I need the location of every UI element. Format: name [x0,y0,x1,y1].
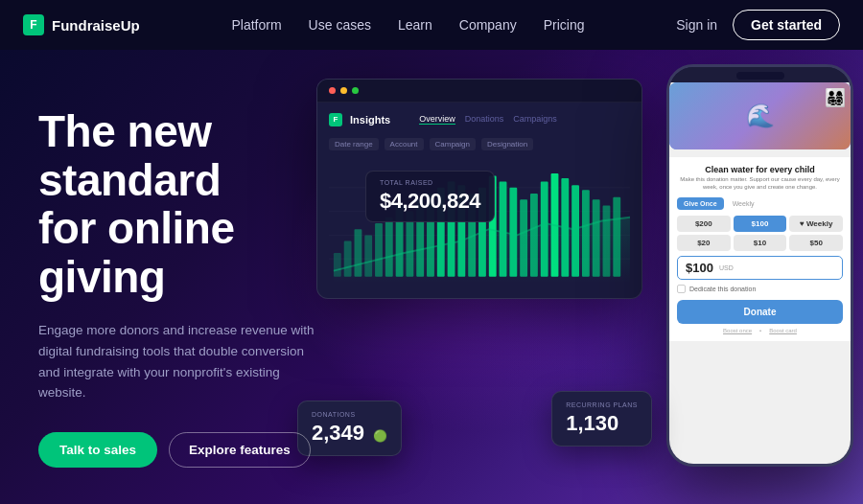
nav-use-cases[interactable]: Use cases [309,17,371,33]
dashboard-card: F Insights Overview Donations Campaigns … [316,79,642,299]
recurring-plans-card: RECURRING PLANS 1,130 [551,391,652,447]
total-raised-label: TOTAL RAISED [380,179,480,186]
hero-buttons: Talk to sales Explore features [38,432,364,468]
amount-50[interactable]: $50 [789,235,843,251]
filter-account[interactable]: Account [385,138,424,150]
phone-boost-once[interactable]: Boost once [723,328,752,333]
phone-mockup: 👨‍👩‍👧‍👦 🌊 Clean water for every child Ma… [666,64,853,467]
hero-visuals: F Insights Overview Donations Campaigns … [288,50,863,504]
phone-dedicate-row: Dedicate this donation [677,285,843,293]
total-raised-value: $4,200,824 [380,189,480,214]
total-raised-badge: TOTAL RAISED $4,200,824 [365,171,495,222]
hero-left: The new standard for online giving Engag… [0,50,364,504]
dashboard-title-bar: F Insights Overview Donations Campaigns [317,103,641,132]
recurring-label: RECURRING PLANS [566,401,638,408]
nav-links: Platform Use cases Learn Company Pricing [231,16,584,34]
dashboard-nav-tabs: Overview Donations Campaigns [408,110,569,128]
phone-boost-card[interactable]: Boost card [769,328,797,333]
sign-in-button[interactable]: Sign in [676,17,717,33]
amount-10[interactable]: $10 [734,235,787,251]
phone-dedicate-label: Dedicate this donation [689,286,756,292]
explore-features-button[interactable]: Explore features [169,432,311,468]
logo-icon: F [23,14,44,35]
donations-emoji-icon: 🟢 [373,429,387,443]
phone-custom-amount[interactable]: $100 USD [677,256,843,280]
filter-designation[interactable]: Designation [481,138,533,150]
get-started-button[interactable]: Get started [733,10,840,40]
recurring-value: 1,130 [566,411,638,436]
hero-subtitle: Engage more donors and increase revenue … [38,320,316,402]
phone-give-once-tab[interactable]: Give Once [677,197,724,210]
nav-right: Sign in Get started [676,10,840,40]
amount-200[interactable]: $200 [677,216,731,232]
filter-campaign[interactable]: Campaign [430,138,476,150]
phone-card-subtitle: Make this donation matter. Support our c… [677,176,843,192]
amount-20[interactable]: $20 [677,235,731,251]
dash-tab-overview: Overview [419,114,455,125]
hero-title: The new standard for online giving [38,107,364,301]
dash-tab-donations: Donations [465,114,504,125]
phone-dedicate-checkbox[interactable] [677,285,686,293]
freq-weekly[interactable]: ♥ Weekly [789,216,843,232]
dash-tab-campaigns: Campaigns [513,114,557,125]
phone-footer: Boost once • Boost card [677,328,843,333]
phone-card-title: Clean water for every child [677,165,843,174]
chart-area: TOTAL RAISED $4,200,824 [317,156,641,290]
brand-logo[interactable]: F FundraiseUp [23,14,140,35]
phone-donate-button[interactable]: Donate [677,300,843,324]
dashboard-controls: Date range Account Campaign Designation [317,132,641,156]
phone-weekly-tab[interactable]: Weekly [728,197,759,210]
dashboard-header [317,80,641,103]
nav-platform[interactable]: Platform [231,17,281,33]
nav-learn[interactable]: Learn [398,17,432,33]
amount-100-selected[interactable]: $100 [734,216,787,232]
nav-company[interactable]: Company [459,17,517,33]
nav-pricing[interactable]: Pricing [544,17,585,33]
phone-image-area: 👨‍👩‍👧‍👦 🌊 [669,82,851,149]
brand-name: FundraiseUp [52,17,140,34]
navbar: F FundraiseUp Platform Use cases Learn C… [0,0,863,50]
talk-to-sales-button[interactable]: Talk to sales [38,432,157,468]
hero-section: The new standard for online giving Engag… [0,50,863,504]
